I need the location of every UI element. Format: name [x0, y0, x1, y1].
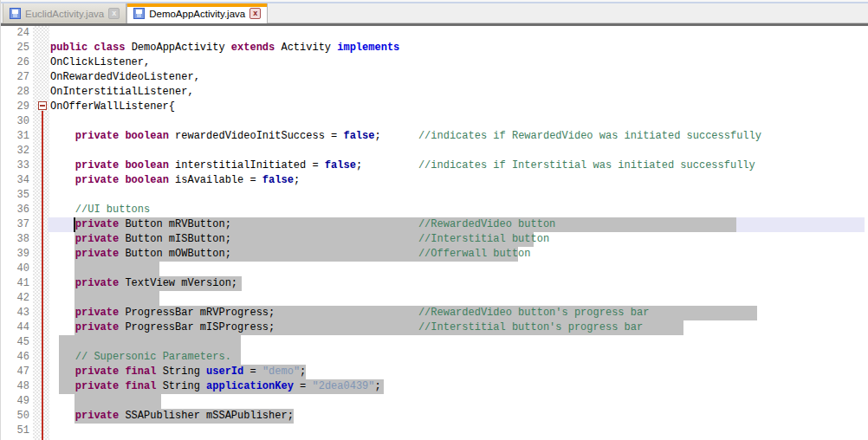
line-number: 29: [1, 100, 29, 114]
tab-label: EuclidActivity.java: [25, 9, 104, 19]
code-segment-pl: rewardedVideoInitSuccess =: [175, 130, 343, 142]
code-segment-pl: [50, 366, 75, 378]
code-line-content: [50, 26, 865, 41]
code-line-51[interactable]: 51: [1, 424, 868, 438]
line-number: 36: [1, 203, 29, 217]
code-segment-pl: String: [163, 366, 206, 378]
line-number: 26: [1, 55, 29, 70]
code-segment-kw: private boolean: [75, 159, 175, 171]
code-segment-pl: ;: [374, 130, 418, 142]
code-line-44[interactable]: 44 private ProgressBar mISProgress; //In…: [1, 320, 868, 335]
code-line-37[interactable]: 37 private Button mRVButton; //RewardedV…: [1, 217, 868, 232]
code-segment-fld: userId: [206, 366, 243, 378]
code-segment-pl: ProgressBar mRVProgress;: [125, 307, 418, 319]
code-line-47[interactable]: 47 private final String userId = "demo";: [1, 365, 868, 379]
code-segment-pl: [50, 218, 75, 230]
code-segment-kw: private boolean: [75, 130, 175, 142]
code-line-32[interactable]: 32: [1, 144, 868, 159]
code-line-48[interactable]: 48 private final String applicationKey =…: [1, 379, 868, 394]
code-text: private final String userId = "demo";: [50, 365, 306, 379]
code-segment-cm: //RewardedVideo button's progress bar: [418, 307, 649, 319]
close-icon[interactable]: x: [249, 8, 261, 19]
tab-euclidactivity[interactable]: EuclidActivity.java x: [3, 3, 126, 23]
line-number: 41: [1, 276, 29, 291]
code-line-38[interactable]: 38 private Button mISButton; //Interstit…: [1, 232, 868, 247]
code-line-content: private boolean rewardedVideoInitSuccess…: [50, 129, 865, 144]
code-segment-cm: //Offerwall button: [418, 248, 531, 260]
code-text: private ProgressBar mRVProgress; //Rewar…: [50, 306, 649, 320]
code-segment-pl: [50, 321, 75, 333]
code-segment-cm: //Interstitial button's progress bar: [418, 321, 643, 333]
code-line-45[interactable]: 45: [1, 335, 868, 350]
code-line-41[interactable]: 41 private TextView mVersion;: [1, 276, 868, 291]
code-segment-kw: private: [75, 307, 126, 319]
code-segment-pl: [50, 380, 75, 392]
code-segment-kw: private: [75, 248, 126, 260]
code-line-35[interactable]: 35: [1, 188, 868, 203]
code-text: OnOfferWallListener{: [50, 100, 175, 114]
code-line-43[interactable]: 43 private ProgressBar mRVProgress; //Re…: [1, 306, 868, 320]
code-text: public class DemoAppActivity extends Act…: [50, 41, 399, 55]
code-line-36[interactable]: 36 //UI buttons: [1, 203, 868, 217]
code-text: // Supersonic Parameters.: [50, 350, 231, 365]
editor-lines: 2425public class DemoAppActivity extends…: [1, 26, 868, 438]
line-number: 48: [1, 379, 29, 394]
code-line-39[interactable]: 39 private Button mOWButton; //Offerwall…: [1, 247, 868, 262]
code-line-29[interactable]: 29OnOfferWallListener{: [1, 100, 868, 114]
code-segment-pl: ProgressBar mISProgress;: [125, 321, 418, 333]
code-line-content: public class DemoAppActivity extends Act…: [50, 41, 865, 55]
code-text: private boolean interstitialInitiated = …: [50, 159, 755, 173]
code-line-40[interactable]: 40: [1, 262, 868, 276]
code-segment-fld: applicationKey: [206, 380, 294, 392]
code-line-46[interactable]: 46 // Supersonic Parameters.: [1, 350, 868, 365]
tab-demoappactivity[interactable]: DemoAppActivity.java x: [126, 3, 268, 23]
code-segment-cm: //UI buttons: [75, 204, 150, 216]
code-segment-pl: [50, 248, 75, 260]
code-segment-pl: OnInterstitialListener,: [50, 86, 194, 98]
code-segment-pl: Button mRVButton;: [125, 218, 418, 230]
code-text: private Button mRVButton; //RewardedVide…: [50, 217, 555, 232]
line-number: 39: [1, 247, 29, 262]
line-number: 50: [1, 409, 29, 424]
code-line-content: [50, 114, 865, 129]
close-icon[interactable]: x: [108, 8, 120, 19]
code-line-content: private boolean isAvailable = false;: [50, 173, 865, 188]
code-segment-kw: private: [75, 410, 126, 422]
code-line-27[interactable]: 27OnRewardedVideoListener,: [1, 70, 868, 85]
code-segment-pl: [50, 410, 75, 422]
code-segment-cm: //indicates if Interstitial was initiate…: [418, 159, 755, 171]
fold-scope-line: [42, 111, 43, 440]
code-line-24[interactable]: 24: [1, 26, 868, 41]
code-line-content: // Supersonic Parameters.: [50, 350, 865, 365]
code-line-33[interactable]: 33 private boolean interstitialInitiated…: [1, 159, 868, 173]
code-line-content: [50, 188, 865, 203]
code-text: OnClickListener,: [50, 55, 150, 70]
code-line-49[interactable]: 49: [1, 394, 868, 409]
code-text: //UI buttons: [50, 203, 150, 217]
code-text: private final String applicationKey = "2…: [50, 379, 381, 394]
code-line-26[interactable]: 26OnClickListener,: [1, 55, 868, 70]
code-segment-pl: ;: [356, 159, 418, 171]
code-line-28[interactable]: 28OnInterstitialListener,: [1, 85, 868, 100]
code-text: private ProgressBar mISProgress; //Inter…: [50, 320, 643, 335]
code-line-42[interactable]: 42: [1, 291, 868, 306]
line-number: 35: [1, 188, 29, 203]
code-segment-pl: OnClickListener,: [50, 56, 150, 68]
code-line-34[interactable]: 34 private boolean isAvailable = false;: [1, 173, 868, 188]
code-segment-bool: false: [343, 130, 374, 142]
code-segment-pl: OnRewardedVideoListener,: [50, 71, 200, 83]
code-segment-kw: private: [75, 233, 126, 245]
code-text: private SSAPublisher mSSAPublisher;: [50, 409, 294, 424]
code-line-30[interactable]: 30: [1, 114, 868, 129]
line-number: 33: [1, 159, 29, 173]
code-line-25[interactable]: 25public class DemoAppActivity extends A…: [1, 41, 868, 55]
code-line-content: private SSAPublisher mSSAPublisher;: [50, 409, 865, 424]
code-segment-pl: interstitialInitiated =: [175, 159, 325, 171]
code-segment-pl: [50, 307, 75, 319]
code-line-50[interactable]: 50 private SSAPublisher mSSAPublisher;: [1, 409, 868, 424]
code-line-31[interactable]: 31 private boolean rewardedVideoInitSucc…: [1, 129, 868, 144]
fold-collapse-toggle-icon[interactable]: [38, 101, 47, 110]
code-editor[interactable]: 2425public class DemoAppActivity extends…: [1, 26, 868, 440]
code-segment-cm: //indicates if RewardedVideo was initiat…: [418, 130, 761, 142]
active-tab-accent-bar: [127, 3, 267, 7]
